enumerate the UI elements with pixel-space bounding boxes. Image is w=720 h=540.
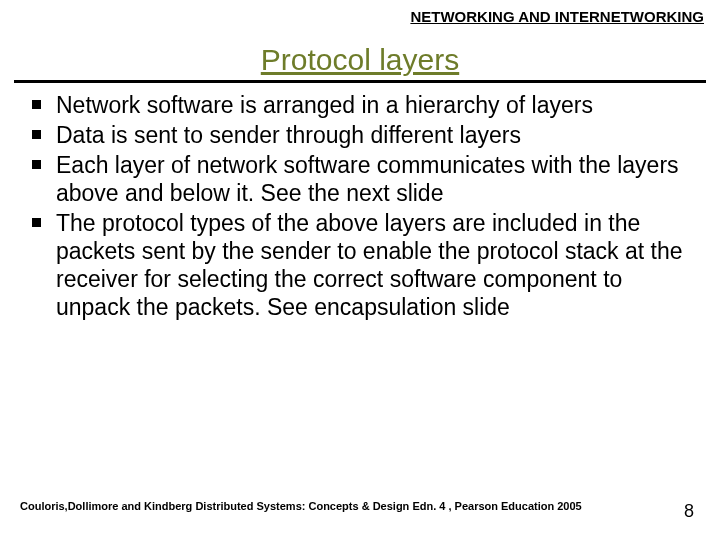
bullet-item: The protocol types of the above layers a… (28, 209, 698, 321)
slide-title: Protocol layers (261, 43, 459, 80)
page-number: 8 (684, 501, 694, 522)
slide: NETWORKING AND INTERNETWORKING Protocol … (0, 0, 720, 540)
footer-citation: Couloris,Dollimore and Kindberg Distribu… (20, 500, 582, 512)
bullet-item: Each layer of network software communica… (28, 151, 698, 207)
header-label: NETWORKING AND INTERNETWORKING (14, 8, 706, 25)
bullet-item: Network software is arranged in a hierar… (28, 91, 698, 119)
slide-body: Network software is arranged in a hierar… (14, 89, 706, 321)
bullet-item: Data is sent to sender through different… (28, 121, 698, 149)
bullet-list: Network software is arranged in a hierar… (28, 91, 698, 321)
title-rule: Protocol layers (14, 43, 706, 83)
